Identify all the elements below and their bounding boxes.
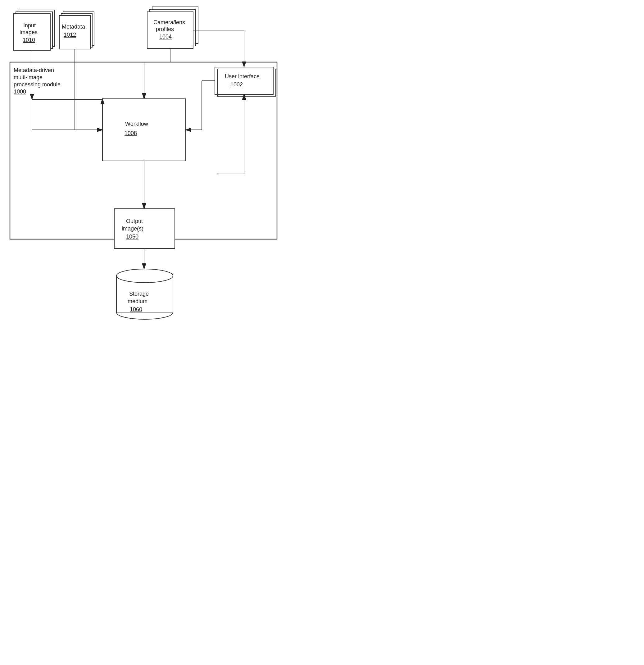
svg-point-36 (116, 269, 173, 283)
svg-text:1004: 1004 (159, 34, 172, 40)
svg-text:multi-image: multi-image (14, 74, 42, 80)
svg-rect-4 (14, 14, 50, 50)
svg-text:1002: 1002 (230, 81, 243, 88)
svg-text:medium: medium (128, 298, 148, 304)
svg-rect-25 (217, 69, 276, 96)
svg-text:image(s): image(s) (122, 226, 143, 232)
svg-text:1060: 1060 (130, 306, 142, 312)
svg-rect-14 (150, 9, 196, 46)
svg-text:Metadata: Metadata (62, 24, 85, 30)
svg-rect-24 (215, 67, 273, 94)
svg-rect-2 (18, 10, 55, 46)
svg-rect-28 (102, 99, 186, 161)
svg-rect-8 (63, 12, 94, 45)
svg-text:Workflow: Workflow (125, 121, 149, 127)
svg-text:1010: 1010 (23, 37, 35, 43)
svg-text:Storage: Storage (129, 291, 149, 297)
svg-text:1000: 1000 (14, 89, 26, 95)
svg-rect-15 (147, 12, 193, 49)
svg-rect-13 (152, 7, 198, 43)
svg-rect-3 (16, 12, 53, 49)
svg-text:Camera/lens: Camera/lens (153, 19, 185, 25)
svg-text:Input: Input (23, 22, 36, 28)
svg-rect-9 (61, 14, 92, 47)
svg-text:profiles: profiles (156, 26, 174, 32)
svg-text:Metadata-driven: Metadata-driven (14, 67, 54, 73)
svg-text:1012: 1012 (64, 32, 76, 38)
svg-text:1050: 1050 (126, 233, 138, 240)
svg-rect-10 (59, 16, 90, 49)
svg-text:images: images (20, 29, 38, 35)
svg-rect-19 (10, 62, 277, 239)
diagram-container: Input images 1010 Metadata 1012 Camera/l… (0, 0, 322, 332)
svg-text:User interface: User interface (225, 73, 259, 79)
svg-rect-35 (116, 276, 173, 312)
svg-text:processing module: processing module (14, 81, 61, 88)
svg-text:Output: Output (126, 218, 143, 224)
svg-rect-31 (114, 209, 175, 248)
svg-text:1008: 1008 (124, 130, 137, 136)
